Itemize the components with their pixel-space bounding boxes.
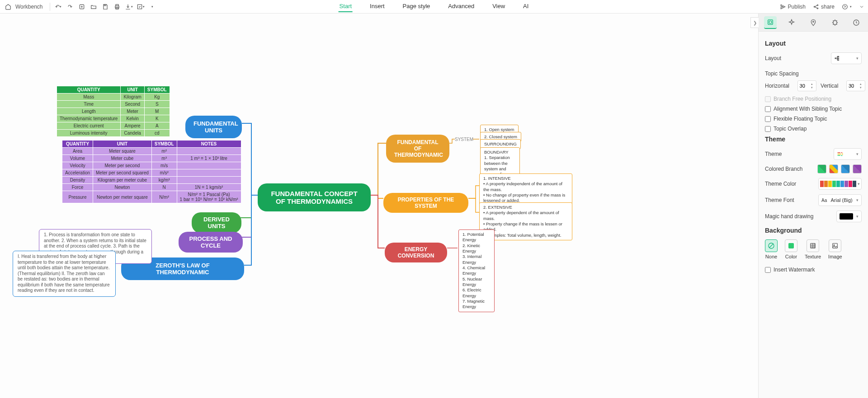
flex-float-checkbox[interactable] — [765, 116, 771, 122]
svg-rect-24 — [833, 243, 838, 248]
bg-image[interactable]: Image — [828, 239, 842, 259]
theme-label: Theme — [765, 151, 782, 157]
svg-rect-1 — [104, 4, 106, 5]
undo-icon[interactable]: ↶▾ — [54, 2, 63, 11]
bg-color[interactable]: Color — [785, 239, 797, 259]
svg-rect-16 — [838, 58, 839, 59]
node-derived-units[interactable]: DERIVED UNITS — [192, 212, 241, 233]
watermark-checkbox[interactable] — [765, 267, 771, 273]
h-spin-up[interactable]: ▴ — [811, 82, 813, 86]
svg-point-12 — [813, 21, 814, 22]
bg-texture[interactable]: Texture — [805, 239, 821, 259]
toolbar-right: Publish share ▾ — [780, 4, 864, 10]
svg-rect-15 — [838, 56, 839, 57]
tab-layout-icon[interactable] — [764, 16, 777, 29]
swatch-4[interactable] — [853, 164, 862, 173]
svg-point-6 — [814, 6, 815, 7]
open-icon[interactable] — [89, 2, 98, 11]
publish-button[interactable]: Publish — [780, 4, 806, 10]
bg-none[interactable]: None — [765, 239, 778, 259]
theme-font-label: Theme Font — [765, 197, 794, 203]
svg-rect-23 — [811, 243, 816, 248]
new-icon[interactable] — [77, 2, 86, 11]
h-spin-down[interactable]: ▾ — [811, 86, 813, 89]
svg-rect-3 — [116, 4, 119, 6]
node-energy-conversion[interactable]: ENERGY CONVERSION — [385, 243, 447, 262]
mindmap-canvas[interactable]: FUNDAMENTAL CONCEPT OF THERMODYNAMICS FU… — [0, 14, 758, 398]
svg-point-18 — [841, 152, 842, 153]
theme-color-dropdown[interactable]: ▾ — [818, 178, 862, 190]
print-icon[interactable] — [113, 2, 122, 11]
node-process-cycle[interactable]: PROCESS AND CYCLE — [179, 232, 243, 253]
colored-branch-label: Colored Branch — [765, 166, 802, 172]
derived-units-table[interactable]: QUANTITYUNITSYMBOLNOTES AreaMeter square… — [62, 140, 241, 203]
branch-free-checkbox — [765, 96, 771, 102]
tab-pin-icon[interactable] — [807, 16, 820, 29]
system-label: SYSTEM — [455, 137, 473, 142]
node-fundamental-thermo[interactable]: FUNDAMENTAL OF THERMODYNAMIC — [386, 135, 449, 163]
swatch-1[interactable] — [817, 164, 826, 173]
svg-rect-11 — [769, 21, 771, 23]
magic-hand-dropdown[interactable]: ▾ — [836, 211, 862, 222]
svg-point-20 — [841, 155, 842, 156]
zeroth-law-note[interactable]: I. Heat is transferred from the body at … — [13, 251, 116, 297]
help-button[interactable]: ▾ — [842, 4, 852, 10]
horizontal-input[interactable] — [797, 80, 816, 91]
layout-label: Layout — [765, 55, 781, 61]
import-icon[interactable]: ▾ — [136, 2, 145, 11]
svg-point-19 — [842, 154, 843, 155]
sidebar-tabs — [759, 14, 868, 32]
horizontal-label: Horizontal — [765, 83, 789, 89]
energy-list[interactable]: 1. Potential Energy 2. Kinetic Energy 3.… — [458, 229, 495, 312]
center-topic[interactable]: FUNDAMENTAL CONCEPT OF THERMODYNAMICS — [258, 183, 371, 211]
export-icon[interactable]: ▾ — [124, 2, 133, 11]
svg-rect-17 — [838, 60, 839, 61]
svg-point-25 — [834, 245, 835, 246]
swatch-2[interactable] — [829, 164, 838, 173]
theme-font-dropdown[interactable]: Aa Arial (Big)▾ — [818, 194, 862, 206]
menu-insert[interactable]: Insert — [369, 1, 386, 12]
menu-page-style[interactable]: Page style — [402, 1, 431, 12]
redo-icon[interactable]: ↷ — [66, 2, 75, 11]
menu-ai[interactable]: AI — [522, 1, 529, 12]
tab-settings-icon[interactable] — [829, 16, 841, 29]
more-icon[interactable]: ▾ — [148, 2, 157, 11]
magic-hand-label: Magic hand drawing — [765, 213, 813, 220]
svg-point-7 — [817, 5, 818, 5]
swatch-3[interactable] — [841, 164, 850, 173]
chevron-down-icon[interactable] — [859, 4, 864, 9]
vertical-input[interactable] — [846, 80, 865, 91]
svg-point-8 — [817, 8, 818, 9]
v-spin-up[interactable]: ▴ — [860, 82, 862, 86]
tab-sparkle-icon[interactable] — [786, 16, 798, 29]
home-icon[interactable] — [4, 2, 13, 11]
top-toolbar: Workbench ↶▾ ↷ ▾ ▾ ▾ Start Insert Page s… — [0, 0, 868, 14]
align-sibling-checkbox[interactable] — [765, 106, 771, 112]
menu-view[interactable]: View — [491, 1, 506, 12]
node-properties[interactable]: PROPERTIES OF THE SYSTEM — [383, 193, 468, 213]
sidebar-body: Layout Layout ▾ Topic Spacing Horizontal… — [759, 32, 868, 398]
layout-dropdown[interactable]: ▾ — [831, 52, 862, 64]
theme-dropdown[interactable]: ▾ — [834, 148, 862, 160]
svg-rect-22 — [789, 243, 794, 248]
colored-branch-swatches — [817, 164, 862, 173]
topic-overlap-checkbox[interactable] — [765, 126, 771, 132]
svg-rect-10 — [768, 19, 773, 24]
background-title: Background — [765, 227, 862, 234]
properties-sidebar: ❯ Layout Layout ▾ Topic Spacing Horizont… — [758, 14, 868, 398]
theme-color-label: Theme Color — [765, 181, 796, 187]
layout-title: Layout — [765, 40, 862, 47]
workbench-label: Workbench — [15, 4, 42, 10]
share-button[interactable]: share — [813, 4, 835, 10]
menu-advanced[interactable]: Advanced — [447, 1, 475, 12]
node-fundamental-units[interactable]: FUNDAMENTAL UNITS — [185, 116, 242, 138]
topic-spacing-label: Topic Spacing — [765, 70, 862, 77]
sidebar-collapse-icon[interactable]: ❯ — [750, 17, 759, 28]
fundamental-units-table[interactable]: QUANTITYUNITSYMBOL MassKilogramKg TimeSe… — [57, 86, 170, 137]
vertical-label: Vertical — [821, 83, 838, 89]
menu-bar: Start Insert Page style Advanced View AI — [339, 1, 530, 12]
v-spin-down[interactable]: ▾ — [860, 86, 862, 89]
menu-start[interactable]: Start — [339, 1, 353, 12]
save-icon[interactable] — [101, 2, 110, 11]
tab-history-icon[interactable] — [850, 16, 863, 29]
